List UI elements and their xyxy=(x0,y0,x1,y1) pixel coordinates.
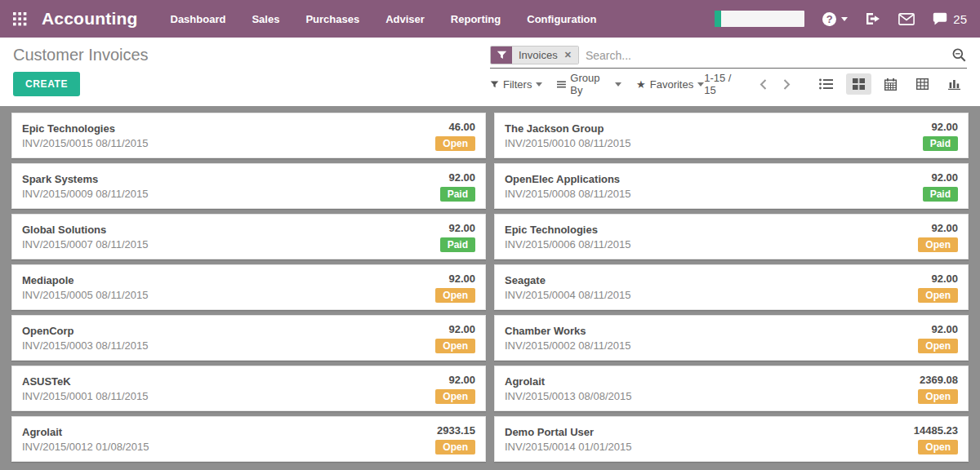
help-icon: ? xyxy=(822,12,836,26)
app-title[interactable]: Accounting xyxy=(42,9,138,29)
status-badge: Open xyxy=(435,136,475,151)
invoice-number: INV/2015/0001 xyxy=(22,390,93,402)
messages-icon[interactable] xyxy=(898,13,915,25)
customer-name: Chamber Works xyxy=(505,325,630,337)
kanban-view-icon[interactable] xyxy=(846,73,871,95)
facet-label: Invoices xyxy=(519,49,558,61)
invoice-ref-date: INV/2015/0009 08/11/2015 xyxy=(22,188,148,200)
invoice-amount: 14485.23 xyxy=(914,424,958,437)
invoice-amount: 92.00 xyxy=(931,121,958,133)
group-by-dropdown[interactable]: Group By xyxy=(557,72,621,96)
pager-next-icon[interactable] xyxy=(782,78,791,91)
invoice-amount: 92.00 xyxy=(448,273,475,285)
invoice-ref-date: INV/2015/0010 08/11/2015 xyxy=(505,137,630,149)
invoice-ref-date: INV/2015/0014 01/01/2015 xyxy=(505,441,631,453)
invoice-amount: 2369.08 xyxy=(920,374,958,386)
list-view-icon[interactable] xyxy=(813,73,840,95)
favorites-label: Favorites xyxy=(650,78,693,91)
invoice-ref-date: INV/2015/0001 08/11/2015 xyxy=(22,390,148,402)
invoice-card[interactable]: ASUSTeK INV/2015/0001 08/11/2015 92.00 O… xyxy=(11,366,486,411)
status-badge: Open xyxy=(918,339,958,353)
usage-progress-bar[interactable] xyxy=(715,11,804,27)
invoice-amount: 92.00 xyxy=(931,222,958,234)
status-badge: Open xyxy=(918,389,958,404)
chat-counter[interactable]: 25 xyxy=(933,12,967,26)
invoice-card[interactable]: OpenElec Applications INV/2015/0008 08/1… xyxy=(494,163,969,209)
logout-icon[interactable] xyxy=(866,12,880,25)
status-badge: Open xyxy=(918,440,958,454)
status-badge: Open xyxy=(435,339,475,353)
status-badge: Open xyxy=(435,389,475,404)
invoice-card[interactable]: Demo Portal User INV/2015/0014 01/01/201… xyxy=(494,416,969,462)
invoice-amount: 92.00 xyxy=(448,323,475,335)
invoice-card[interactable]: Mediapole INV/2015/0005 08/11/2015 92.00… xyxy=(11,264,486,310)
status-badge: Paid xyxy=(923,136,958,151)
create-button[interactable]: CREATE xyxy=(13,72,80,96)
invoice-card[interactable]: Seagate INV/2015/0004 08/11/2015 92.00 O… xyxy=(494,264,969,310)
invoice-amount: 92.00 xyxy=(448,171,475,184)
search-input[interactable] xyxy=(586,49,951,62)
status-badge: Open xyxy=(435,288,475,303)
pager-previous-icon[interactable] xyxy=(759,78,768,91)
filter-facet-icon xyxy=(491,47,512,64)
graph-view-icon[interactable] xyxy=(942,73,967,95)
nav-item-reporting[interactable]: Reporting xyxy=(451,13,501,25)
customer-name: Demo Portal User xyxy=(505,426,631,438)
facet-remove-icon[interactable]: ✕ xyxy=(564,50,572,60)
invoice-card[interactable]: The Jackson Group INV/2015/0010 08/11/20… xyxy=(494,113,969,158)
help-menu[interactable]: ? xyxy=(822,12,848,26)
invoice-date: 08/11/2015 xyxy=(578,289,630,301)
search-icon[interactable] xyxy=(951,47,967,63)
invoice-card[interactable]: Epic Technologies INV/2015/0006 08/11/20… xyxy=(494,214,969,259)
customer-name: Agrolait xyxy=(505,375,631,388)
progress-fill xyxy=(715,11,721,27)
star-icon: ★ xyxy=(636,78,646,91)
invoice-card[interactable]: Agrolait INV/2015/0013 08/08/2015 2369.0… xyxy=(494,366,969,411)
invoice-number: INV/2015/0010 xyxy=(505,137,576,149)
customer-name: Epic Technologies xyxy=(505,224,630,236)
invoice-date: 08/11/2015 xyxy=(96,188,148,200)
invoice-amount: 92.00 xyxy=(448,374,475,386)
status-badge: Paid xyxy=(923,187,958,202)
invoice-number: INV/2015/0005 xyxy=(22,289,93,301)
customer-name: Seagate xyxy=(505,274,630,286)
favorites-dropdown[interactable]: ★ Favorites xyxy=(636,78,704,91)
invoice-date: 08/11/2015 xyxy=(96,289,148,301)
invoice-date: 08/08/2015 xyxy=(578,390,631,402)
invoice-card[interactable]: Agrolait INV/2015/0012 01/08/2015 2933.1… xyxy=(11,416,486,462)
topbar: Accounting Dashboard Sales Purchases Adv… xyxy=(0,0,980,38)
view-controls: Filters Group By ★ Favorites 1-15 / 15 xyxy=(490,72,967,96)
invoice-ref-date: INV/2015/0013 08/08/2015 xyxy=(505,390,631,402)
apps-grid-icon[interactable] xyxy=(13,12,27,26)
nav-item-adviser[interactable]: Adviser xyxy=(385,13,425,25)
invoice-number: INV/2015/0014 xyxy=(505,441,576,453)
search-bar: Invoices ✕ xyxy=(490,46,967,69)
invoice-ref-date: INV/2015/0012 01/08/2015 xyxy=(22,441,149,453)
invoice-number: INV/2015/0006 xyxy=(505,238,576,251)
invoice-ref-date: INV/2015/0002 08/11/2015 xyxy=(505,339,630,352)
invoice-card[interactable]: Epic Technologies INV/2015/0015 08/11/20… xyxy=(11,113,486,158)
invoice-card[interactable]: OpenCorp INV/2015/0003 08/11/2015 92.00 … xyxy=(11,315,486,361)
invoice-amount: 92.00 xyxy=(931,171,958,184)
filters-dropdown[interactable]: Filters xyxy=(490,78,542,91)
nav-item-dashboard[interactable]: Dashboard xyxy=(171,13,226,25)
invoice-number: INV/2015/0008 xyxy=(505,188,576,200)
invoice-card[interactable]: Global Solutions INV/2015/0007 08/11/201… xyxy=(11,214,486,259)
chevron-down-icon xyxy=(615,82,621,86)
nav-item-purchases[interactable]: Purchases xyxy=(305,13,359,25)
invoice-card[interactable]: Chamber Works INV/2015/0002 08/11/2015 9… xyxy=(494,315,969,361)
nav-item-sales[interactable]: Sales xyxy=(252,13,279,25)
invoice-date: 01/01/2015 xyxy=(578,441,631,453)
invoice-card[interactable]: Spark Systems INV/2015/0009 08/11/2015 9… xyxy=(11,163,486,209)
calendar-view-icon[interactable] xyxy=(878,73,903,95)
nav-item-configuration[interactable]: Configuration xyxy=(527,13,596,25)
invoice-date: 08/11/2015 xyxy=(578,188,630,200)
invoice-number: INV/2015/0013 xyxy=(505,390,576,402)
kanban-grid: Epic Technologies INV/2015/0015 08/11/20… xyxy=(0,106,980,470)
invoice-date: 01/08/2015 xyxy=(96,441,149,453)
status-badge: Open xyxy=(435,440,475,454)
customer-name: Epic Technologies xyxy=(22,122,148,135)
chevron-down-icon xyxy=(536,82,542,86)
pivot-view-icon[interactable] xyxy=(910,73,935,95)
invoice-number: INV/2015/0007 xyxy=(22,238,93,251)
